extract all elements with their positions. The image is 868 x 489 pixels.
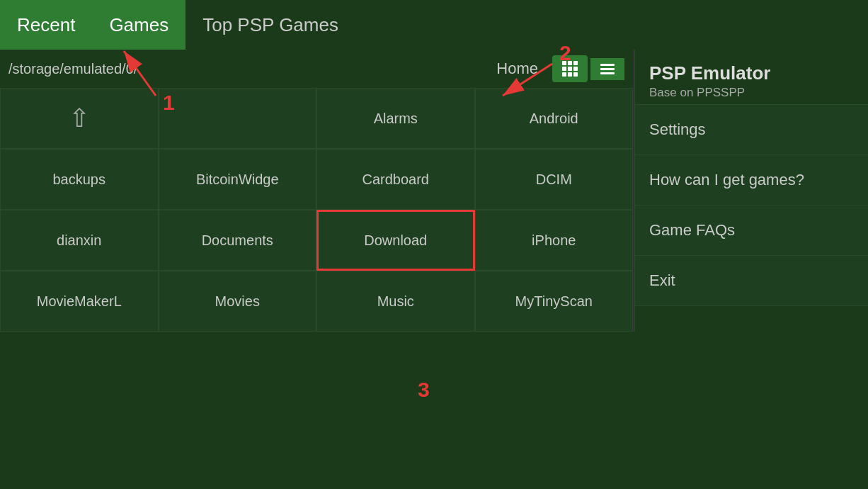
sidebar-item-settings[interactable]: Settings (635, 105, 868, 155)
view-controls: Home (485, 54, 624, 84)
file-cell-moviemakerl[interactable]: MovieMakerL (0, 271, 159, 332)
file-cell-mytinyscan[interactable]: MyTinyScan (475, 271, 634, 332)
tab-games[interactable]: Games (92, 0, 185, 50)
file-cell-download[interactable]: Download (316, 210, 475, 271)
file-cell-movies[interactable]: Movies (159, 271, 317, 332)
svg-text:3: 3 (418, 378, 430, 401)
app-container: Recent Games Top PSP Games 1 2 3 (0, 0, 868, 489)
grid-icon (562, 61, 578, 77)
sidebar-title: PSP Emulator (649, 62, 854, 84)
file-cell-bitcoinwidge[interactable]: BitcoinWidge (159, 149, 317, 210)
file-browser: /storage/emulated/0/ Home (0, 50, 634, 332)
file-cell-up[interactable]: ⇧ (0, 88, 159, 149)
sidebar-menu: SettingsHow can I get games?Game FAQsExi… (635, 105, 868, 332)
file-cell-dianxin[interactable]: dianxin (0, 210, 159, 271)
sidebar-item-game-faqs[interactable]: Game FAQs (635, 206, 868, 256)
sidebar-header: PSP Emulator Base on PPSSPP (635, 50, 868, 105)
list-view-button[interactable] (590, 58, 624, 80)
file-cell-documents[interactable]: Documents (159, 210, 317, 271)
file-grid: ⇧AlarmsAndroidbackupsBitcoinWidgeCardboa… (0, 88, 633, 332)
file-cell-alarms[interactable]: Alarms (316, 88, 475, 149)
file-cell-backups[interactable]: backups (0, 149, 159, 210)
sidebar-subtitle: Base on PPSSPP (649, 86, 854, 100)
file-cell-iphone[interactable]: iPhone (475, 210, 634, 271)
tab-top-psp[interactable]: Top PSP Games (185, 0, 355, 50)
sidebar-item-how-get-games[interactable]: How can I get games? (635, 155, 868, 206)
up-arrow-icon: ⇧ (69, 103, 90, 133)
file-cell-music[interactable]: Music (316, 271, 475, 332)
current-path: /storage/emulated/0/ (8, 61, 137, 77)
file-cell-android[interactable]: Android (475, 88, 634, 149)
address-bar: /storage/emulated/0/ Home (0, 50, 633, 88)
top-nav: Recent Games Top PSP Games (0, 0, 868, 50)
sidebar: PSP Emulator Base on PPSSPP SettingsHow … (634, 50, 868, 332)
sidebar-item-exit[interactable]: Exit (635, 256, 868, 306)
main-content: /storage/emulated/0/ Home (0, 50, 868, 332)
home-button[interactable]: Home (485, 54, 549, 84)
file-cell-cardboard[interactable]: Cardboard (316, 149, 475, 210)
list-icon (600, 64, 615, 74)
grid-view-button[interactable] (552, 55, 588, 82)
file-cell-dcim[interactable]: DCIM (475, 149, 634, 210)
file-cell-empty1[interactable] (159, 88, 317, 149)
tab-recent[interactable]: Recent (0, 0, 92, 50)
